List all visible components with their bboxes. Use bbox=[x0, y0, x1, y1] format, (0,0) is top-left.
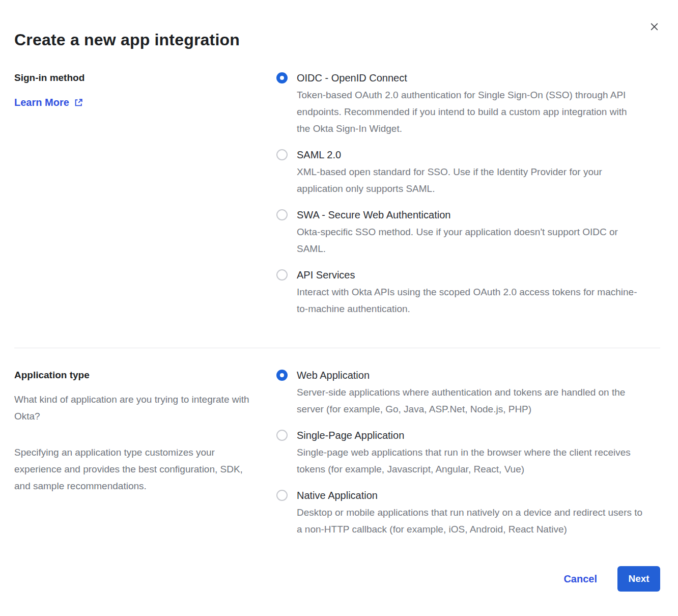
api-services-option-description: Interact with Okta APIs using the scoped… bbox=[297, 284, 643, 317]
application-type-question: What kind of application are you trying … bbox=[14, 391, 253, 425]
single-page-application-option-label: Single-Page Application bbox=[297, 429, 643, 442]
dialog-footer: Cancel Next bbox=[14, 566, 660, 592]
application-type-options: Web Application Server-side applications… bbox=[276, 369, 643, 538]
swa-option-label: SWA - Secure Web Authentication bbox=[297, 208, 643, 221]
native-application-option-body: Native Application Desktop or mobile app… bbox=[297, 489, 643, 538]
swa-radio[interactable] bbox=[276, 209, 288, 220]
external-link-icon bbox=[74, 98, 83, 107]
oidc-option-label: OIDC - OpenID Connect bbox=[297, 71, 643, 85]
saml-option-description: XML-based open standard for SSO. Use if … bbox=[297, 163, 643, 197]
close-icon bbox=[649, 22, 659, 32]
saml-option-body: SAML 2.0 XML-based open standard for SSO… bbox=[297, 148, 643, 197]
oidc-radio[interactable] bbox=[276, 72, 288, 83]
saml-option-label: SAML 2.0 bbox=[297, 148, 643, 161]
sign-in-method-label: Sign-in method bbox=[14, 71, 253, 85]
single-page-application-option-body: Single-Page Application Single-page web … bbox=[297, 429, 643, 478]
learn-more-label: Learn More bbox=[14, 97, 69, 108]
saml-radio[interactable] bbox=[276, 149, 288, 160]
next-button[interactable]: Next bbox=[617, 566, 660, 592]
apptype-option-web[interactable]: Web Application Server-side applications… bbox=[276, 369, 643, 417]
application-type-label: Application type bbox=[14, 369, 253, 382]
api-services-radio[interactable] bbox=[276, 269, 288, 281]
close-button[interactable] bbox=[647, 19, 661, 34]
learn-more-link[interactable]: Learn More bbox=[14, 97, 83, 108]
sign-in-method-left-column: Sign-in method Learn More bbox=[14, 71, 276, 108]
sign-in-method-options: OIDC - OpenID Connect Token-based OAuth … bbox=[276, 71, 643, 317]
apptype-option-spa[interactable]: Single-Page Application Single-page web … bbox=[276, 429, 643, 478]
native-application-radio[interactable] bbox=[276, 490, 288, 501]
api-services-option-label: API Services bbox=[297, 268, 643, 282]
cancel-button[interactable]: Cancel bbox=[563, 573, 597, 585]
single-page-application-radio[interactable] bbox=[276, 430, 288, 441]
oidc-option-description: Token-based OAuth 2.0 authentication for… bbox=[297, 87, 643, 137]
sign-in-method-section: Sign-in method Learn More OIDC - OpenID … bbox=[14, 71, 660, 348]
create-app-integration-dialog: Create a new app integration Sign-in met… bbox=[0, 0, 678, 616]
web-application-option-body: Web Application Server-side applications… bbox=[297, 369, 643, 417]
swa-option-description: Okta-specific SSO method. Use if your ap… bbox=[297, 223, 643, 257]
native-application-option-label: Native Application bbox=[297, 489, 643, 502]
application-type-left-column: Application type What kind of applicatio… bbox=[14, 369, 276, 494]
dialog-title: Create a new app integration bbox=[14, 30, 660, 50]
oidc-option-body: OIDC - OpenID Connect Token-based OAuth … bbox=[297, 71, 643, 137]
apptype-option-native[interactable]: Native Application Desktop or mobile app… bbox=[276, 489, 643, 538]
application-type-explainer: Specifying an application type customize… bbox=[14, 444, 253, 494]
swa-option-body: SWA - Secure Web Authentication Okta-spe… bbox=[297, 208, 643, 257]
web-application-option-label: Web Application bbox=[297, 369, 643, 382]
web-application-option-description: Server-side applications where authentic… bbox=[297, 384, 643, 417]
signin-option-saml[interactable]: SAML 2.0 XML-based open standard for SSO… bbox=[276, 148, 643, 197]
web-application-radio[interactable] bbox=[276, 370, 288, 381]
signin-option-swa[interactable]: SWA - Secure Web Authentication Okta-spe… bbox=[276, 208, 643, 257]
signin-option-oidc[interactable]: OIDC - OpenID Connect Token-based OAuth … bbox=[276, 71, 643, 137]
native-application-option-description: Desktop or mobile applications that run … bbox=[297, 504, 643, 538]
api-services-option-body: API Services Interact with Okta APIs usi… bbox=[297, 268, 643, 317]
signin-option-api-services[interactable]: API Services Interact with Okta APIs usi… bbox=[276, 268, 643, 317]
single-page-application-option-description: Single-page web applications that run in… bbox=[297, 444, 643, 478]
application-type-section: Application type What kind of applicatio… bbox=[14, 348, 660, 538]
